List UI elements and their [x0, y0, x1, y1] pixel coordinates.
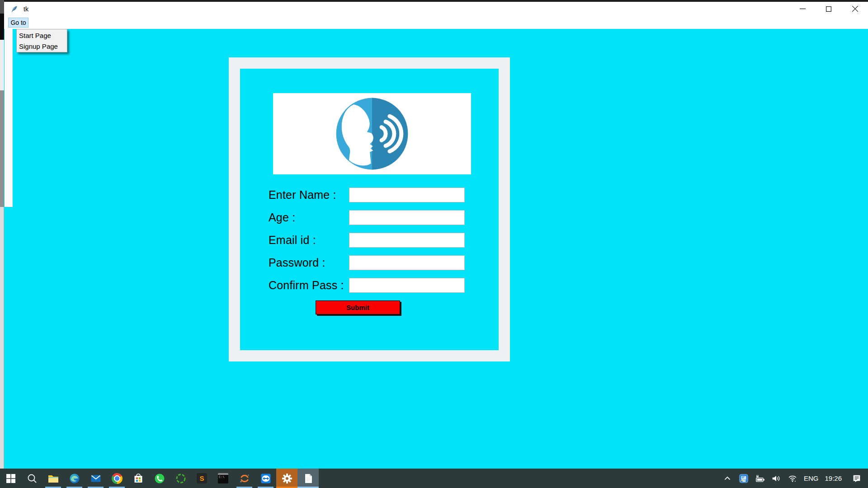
tray-app-icon[interactable]	[739, 474, 749, 483]
edge-icon	[69, 473, 80, 484]
speech-voice-recognition-logo	[335, 97, 409, 170]
close-icon	[852, 6, 858, 12]
background-window-fragment	[0, 0, 4, 14]
microsoft-store-icon	[132, 473, 144, 484]
background-window-fragment	[0, 90, 4, 207]
form-row-name: Enter Name :	[269, 188, 465, 202]
taskbar-mail[interactable]	[85, 469, 106, 488]
menu-goto[interactable]: Go to	[8, 18, 28, 28]
chrome-icon	[112, 473, 123, 484]
taskbar-jupyter[interactable]	[234, 469, 255, 488]
jupyter-icon	[239, 473, 250, 484]
action-center-icon[interactable]	[852, 474, 862, 483]
maximize-icon	[826, 6, 831, 12]
background-window-fragment	[0, 14, 4, 40]
settings-gear-icon	[281, 473, 293, 484]
clock[interactable]: 19:26	[825, 474, 842, 482]
search-button[interactable]	[21, 469, 42, 488]
sublime-glyph: S	[199, 474, 204, 482]
close-button[interactable]	[842, 2, 868, 16]
taskbar-edge[interactable]	[64, 469, 85, 488]
background-window-edge	[0, 0, 4, 469]
windows-start-icon	[5, 473, 17, 484]
taskbar-anaconda[interactable]	[170, 469, 191, 488]
password-label: Password :	[269, 256, 349, 269]
email-input[interactable]	[349, 233, 465, 248]
form-row-email: Email id :	[269, 233, 465, 248]
titlebar: tk	[4, 2, 868, 16]
menubar: Go to	[4, 16, 868, 29]
taskbar-chrome[interactable]	[106, 469, 127, 488]
name-input[interactable]	[349, 188, 465, 202]
mail-icon	[90, 473, 102, 484]
maximize-button[interactable]	[816, 2, 842, 16]
language-indicator[interactable]: ENG	[804, 474, 819, 482]
taskbar-teamviewer[interactable]	[255, 469, 276, 488]
python-feather-icon	[11, 5, 18, 13]
form-row-confirm-password: Confirm Pass :	[269, 278, 465, 293]
name-label: Enter Name :	[269, 188, 349, 202]
menu-item-start-page[interactable]: Start Page	[17, 30, 67, 41]
command-prompt-icon: C:\	[218, 473, 228, 483]
password-input[interactable]	[349, 255, 465, 270]
email-label: Email id :	[269, 234, 349, 247]
window-title: tk	[24, 5, 28, 13]
minimize-icon	[800, 6, 806, 12]
goto-dropdown-menu: Start Page Signup Page	[16, 29, 67, 52]
start-button[interactable]	[0, 469, 21, 488]
whatsapp-icon	[154, 473, 165, 484]
volume-speaker-icon[interactable]	[771, 474, 781, 483]
background-window-fragment	[0, 40, 4, 90]
menu-item-signup-page[interactable]: Signup Page	[17, 41, 67, 52]
search-icon	[26, 473, 38, 484]
minimize-button[interactable]	[789, 2, 816, 16]
age-label: Age :	[269, 211, 349, 224]
submit-button[interactable]: Submit	[316, 300, 400, 314]
taskbar-sublime-text[interactable]: S	[191, 469, 212, 488]
taskbar-whatsapp[interactable]	[149, 469, 170, 488]
system-tray: ENG 19:26	[722, 469, 868, 488]
form-row-password: Password :	[269, 255, 465, 270]
notepad-document-icon	[302, 473, 314, 484]
form-row-age: Age :	[269, 210, 465, 225]
file-explorer-icon	[47, 473, 59, 484]
tray-chevron-up-icon[interactable]	[722, 474, 732, 483]
sublime-text-icon: S	[197, 473, 207, 483]
taskbar-settings[interactable]	[276, 469, 297, 488]
taskbar-file-explorer[interactable]	[42, 469, 64, 488]
logo-image	[273, 93, 471, 174]
cmd-glyph: C:\	[219, 475, 225, 479]
confirm-password-label: Confirm Pass :	[269, 279, 349, 292]
background-window-fragment	[5, 29, 13, 207]
taskbar-store[interactable]	[127, 469, 149, 488]
window-controls	[789, 2, 868, 16]
wifi-icon[interactable]	[788, 474, 797, 483]
taskbar-notepad[interactable]	[297, 469, 319, 488]
taskbar-command-prompt[interactable]: C:\	[212, 469, 234, 488]
confirm-password-input[interactable]	[349, 278, 465, 293]
teamviewer-icon	[260, 473, 272, 484]
taskbar: S C:\	[0, 469, 868, 488]
battery-power-icon[interactable]	[755, 474, 765, 483]
anaconda-icon	[175, 473, 187, 484]
age-input[interactable]	[349, 210, 465, 225]
